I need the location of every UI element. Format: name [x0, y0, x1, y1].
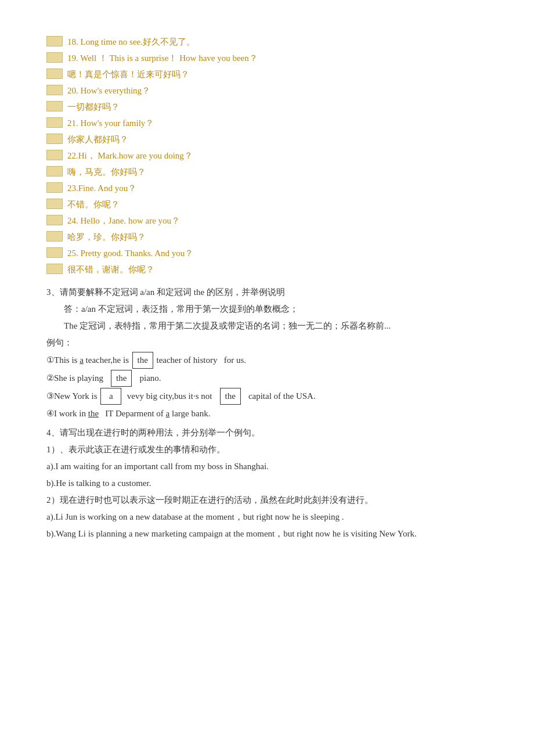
bullet-24: [46, 215, 63, 225]
bullet-20-cn: [46, 101, 63, 111]
grammar-section: 3、请简要解释不定冠词 a/an 和定冠词 the 的区别，并举例说明 答：a/…: [46, 285, 488, 542]
bullet-22-cn: [46, 166, 63, 177]
entry-22-cn: 嗨，马克。你好吗？: [46, 165, 488, 179]
entry-25-cn: 很不错，谢谢。你呢？: [46, 262, 488, 276]
entry-21-text: 21. How's your family？: [67, 116, 154, 130]
entry-23-cn-text: 不错。你呢？: [67, 197, 120, 211]
q3-example-2: ②She is playing the piano.: [46, 370, 488, 387]
entry-19: 19. Well ！ This is a surprise！ How have …: [46, 51, 488, 65]
q3-example-3: ③New York is a vevy big city,bus it·s no…: [46, 388, 488, 405]
q4-usage1-b: b).He is talking to a customer.: [46, 476, 488, 491]
entry-24: 24. Hello，Jane. how are you？: [46, 214, 488, 228]
q3-title: 3、请简要解释不定冠词 a/an 和定冠词 the 的区别，并举例说明: [46, 285, 488, 300]
entry-23-cn: 不错。你呢？: [46, 197, 488, 211]
entry-22-text: 22.Hi， Mark.how are you doing？: [67, 149, 193, 163]
entry-23: 23.Fine. And you？: [46, 181, 488, 195]
q4-usage2-title: 2）现在进行时也可以表示这一段时期正在进行的活动，虽然在此时此刻并没有进行。: [46, 492, 488, 508]
bullet-19-cn: [46, 69, 63, 79]
entry-20: 20. How's everything？: [46, 84, 488, 98]
entry-18-text: 18. Long time no see.好久不见了。: [67, 35, 195, 49]
main-content: 18. Long time no see.好久不见了。 19. Well ！ T…: [46, 35, 488, 542]
bullet-18: [46, 36, 63, 46]
q4-usage1-a: a).I am waiting for an important call fr…: [46, 459, 488, 474]
bullet-25-cn: [46, 264, 63, 274]
entry-19-cn-text: 嗯！真是个惊喜！近来可好吗？: [67, 67, 189, 81]
entry-21-cn: 你家人都好吗？: [46, 132, 488, 146]
q4-usage1-title: 1）、表示此该正在进行或发生的事情和动作。: [46, 442, 488, 458]
entry-22-cn-text: 嗨，马克。你好吗？: [67, 165, 146, 179]
entry-19-cn: 嗯！真是个惊喜！近来可好吗？: [46, 67, 488, 81]
q3-example-label: 例句：: [46, 335, 488, 351]
q3-example-1: ①This is a teacher,he is the teacher of …: [46, 352, 488, 369]
entry-21: 21. How's your family？: [46, 116, 488, 130]
q4-usage2-b: b).Wang Li is planning a new marketing c…: [46, 526, 488, 542]
q3-answer-the: The 定冠词，表特指，常用于第二次提及或带定语的名词；独一无二的；乐器名称前.…: [46, 318, 488, 334]
bullet-20: [46, 85, 63, 95]
entry-25-cn-text: 很不错，谢谢。你呢？: [67, 262, 154, 276]
entry-18: 18. Long time no see.好久不见了。: [46, 35, 488, 49]
bullet-25: [46, 247, 63, 258]
bullet-19: [46, 52, 63, 63]
bullet-22: [46, 150, 63, 160]
q3-answer-intro: 答：a/an 不定冠词，表泛指，常用于第一次提到的单数概念；: [46, 301, 488, 317]
entry-25: 25. Pretty good. Thanks. And you？: [46, 246, 488, 260]
bullet-21-cn: [46, 134, 63, 144]
entry-20-cn: 一切都好吗？: [46, 100, 488, 114]
entry-20-text: 20. How's everything？: [67, 84, 150, 98]
bullet-24-cn: [46, 231, 63, 242]
bullet-23-cn: [46, 199, 63, 209]
bullet-23: [46, 182, 63, 193]
entry-21-cn-text: 你家人都好吗？: [67, 132, 128, 146]
entry-24-text: 24. Hello，Jane. how are you？: [67, 214, 180, 228]
entry-24-cn: 哈罗，珍。你好吗？: [46, 230, 488, 244]
entry-25-text: 25. Pretty good. Thanks. And you？: [67, 246, 193, 260]
entry-24-cn-text: 哈罗，珍。你好吗？: [67, 230, 146, 244]
entry-23-text: 23.Fine. And you？: [67, 181, 136, 195]
entry-20-cn-text: 一切都好吗？: [67, 100, 120, 114]
q4-usage2-a: a).Li Jun is working on a new database a…: [46, 509, 488, 525]
entry-19-text: 19. Well ！ This is a surprise！ How have …: [67, 51, 258, 65]
q3-example-4: ④I work in the IT Deparment of a large b…: [46, 406, 488, 422]
q4-title: 4、请写出现在进行时的两种用法，并分别举一个例句。: [46, 425, 488, 441]
bullet-21: [46, 117, 63, 128]
entry-22: 22.Hi， Mark.how are you doing？: [46, 149, 488, 163]
